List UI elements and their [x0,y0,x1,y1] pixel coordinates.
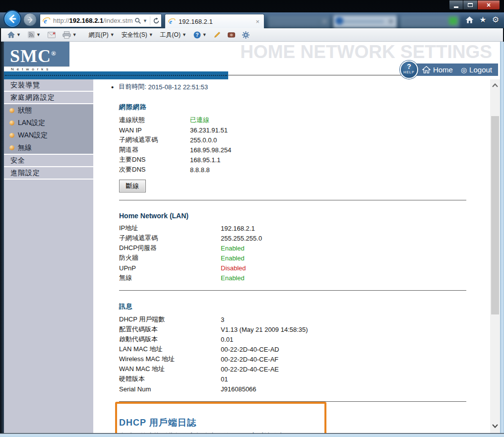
chevron-up-icon [492,83,498,87]
status-row: 子網域遮罩碼255.0.0.0 [119,135,490,145]
address-bar[interactable]: e http://192.168.2.1/index.stm ▼ [40,14,162,27]
gear-icon [242,31,250,39]
extension-pen-button[interactable] [211,30,223,40]
camera-icon [228,32,235,38]
forward-arrow-icon [27,16,34,23]
bullet-icon: • [111,83,114,91]
rss-feed-button[interactable]: ▼ [25,30,43,40]
brand-text: SMC [10,46,51,66]
sidebar-item-wireless[interactable]: 無線 [4,141,93,154]
status-row: DHCP伺服器Enabled [119,243,490,253]
bullet-icon [9,121,14,125]
status-row: WAN MAC 地址00-22-2D-40-CE-AE [119,364,490,374]
url-text: http://192.168.2.1/index.stm [53,17,132,24]
tab-favicon-blurred [335,17,343,25]
minimize-icon [454,6,458,8]
divider [150,16,150,25]
pen-icon [214,31,221,38]
tab-title: 192.168.2.1 [179,18,213,25]
page-scrollbar[interactable] [490,79,500,433]
menu-tools[interactable]: 工具(O) ▼ [158,29,189,41]
minimize-button[interactable] [449,0,463,10]
svg-text:?: ? [195,32,198,38]
sidebar-item-security[interactable]: 安全 [4,155,93,167]
maximize-icon [468,3,473,7]
tab-blurred-1[interactable] [268,15,330,28]
scrollbar-thumb[interactable] [491,116,499,314]
back-arrow-icon [7,14,17,24]
page-title: HOME NETWORK SETTINGS [240,42,492,62]
status-row: 硬體版本01 [119,374,490,384]
favorites-star-icon[interactable]: ★ [479,16,486,24]
forward-button[interactable] [23,13,37,26]
section-title: 網際網路 [119,103,490,112]
help-button[interactable]: ? HELP [400,61,418,79]
divider [119,290,466,291]
smc-logo: SMC® [4,42,69,66]
search-icon[interactable] [134,17,141,24]
extension-camera-button[interactable] [225,30,238,39]
bullet-icon [9,133,14,138]
browser-navbar: e http://192.168.2.1/index.stm ▼ e 192.1… [0,12,504,28]
status-row: IP地址192.168.2.1 [119,223,490,233]
dropdown-caret: ▼ [182,32,187,37]
home-icon [7,31,15,38]
search-dropdown-caret[interactable]: ▼ [143,18,147,23]
status-row: UPnPDisabled [119,263,490,273]
printer-icon [63,31,71,39]
menu-safety[interactable]: 安全性(S) ▼ [119,29,156,41]
print-button[interactable]: ▼ [60,30,79,40]
divider [119,401,466,402]
dropdown-caret: ▼ [149,32,153,37]
section-title: Home Network (LAN) [119,212,490,220]
registered-mark: ® [51,50,57,57]
settings-gear-icon[interactable]: ⚙ [492,16,499,24]
home-icon[interactable] [465,16,474,24]
status-row: 配置代碼版本V1.13 (May 21 2009 14:58:35) [119,324,490,334]
sidebar-item-status[interactable]: 狀態 [4,104,93,117]
maximize-button[interactable] [463,0,477,10]
help-menu-button[interactable]: ? ▼ [191,30,209,40]
current-time-value: 2015-08-12 22:51:53 [148,83,208,91]
connection-status-value: 已連線 [190,116,209,125]
section-dhcp-log: DHCP 用戶端日誌 查看目前連接到此無線寬頻路由器的DHCP客戶端信息. ip… [119,417,490,433]
titlebar[interactable]: × [0,0,504,12]
status-row: Serial NumJ916085066 [119,384,490,394]
ie-favicon: e [168,18,176,25]
scroll-up-button[interactable] [490,80,500,90]
help-icon: ? [193,31,201,39]
back-button[interactable] [3,10,21,28]
scroll-down-button[interactable] [490,421,500,431]
dropdown-caret: ▼ [16,32,21,37]
status-row: LAN MAC 地址00-22-2D-40-CE-AD [119,344,490,354]
menu-page[interactable]: 網頁(P) ▼ [86,29,117,41]
tab-close-icon[interactable]: × [254,18,261,25]
read-mail-button[interactable] [45,30,58,40]
dropdown-caret: ▼ [202,32,207,37]
status-content: • 目前時間: 2015-08-12 22:51:53 網際網路 連線狀態已連線… [93,79,490,433]
current-time: • 目前時間: 2015-08-12 22:51:53 [119,82,490,91]
home-menu-button[interactable]: ▼ [5,30,23,40]
home-button[interactable]: Home [422,65,453,74]
status-row: 次要DNS8.8.8.8 [119,165,490,175]
refresh-icon[interactable] [153,17,160,24]
sidebar-item-advanced[interactable]: 進階設定 [4,167,93,180]
tab-active[interactable]: e 192.168.2.1 × [165,14,264,29]
disconnect-button[interactable]: 斷線 [119,180,146,192]
section-info: 訊息 DHCP 用戶端數3 配置代碼版本V1.13 (May 21 2009 1… [119,302,490,394]
mail-icon [48,32,56,38]
window-controls: × [449,0,500,10]
logout-button[interactable]: ◎ Logout [461,65,492,74]
close-button[interactable]: × [477,0,500,10]
sidebar-item-home-network[interactable]: 家庭網路設定 [4,92,93,104]
sidebar-item-wan-settings[interactable]: WAN設定 [4,129,93,141]
bullet-icon [9,145,14,150]
section-title: 訊息 [119,302,490,311]
extension-settings-button[interactable] [240,30,252,40]
sidebar-item-lan-settings[interactable]: LAN設定 [4,117,93,129]
command-bar: ▼ ▼ ▼ 網頁(P) ▼ 安全性(S) ▼ 工具(O) ▼ ? ▼ [1,28,503,42]
tray-icon-blurred [449,17,457,25]
section-internet: 網際網路 連線狀態已連線 WAN IP36.231.91.51 子網域遮罩碼25… [119,103,490,192]
status-row: 閘道器168.95.98.254 [119,145,490,155]
sidebar-item-setup-wizard[interactable]: 安裝導覽 [4,79,93,92]
